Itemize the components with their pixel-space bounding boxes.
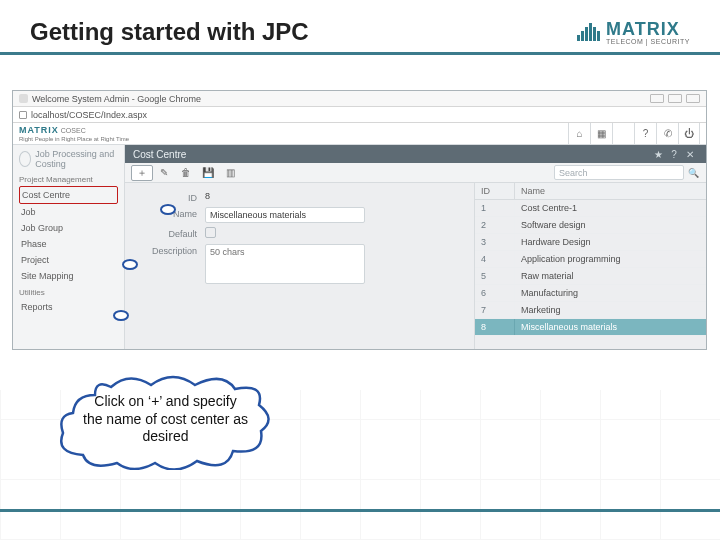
sidebar-section-header: Project Management [19, 175, 118, 184]
more-button[interactable]: ▥ [219, 165, 241, 181]
save-button[interactable]: 💾 [197, 165, 219, 181]
table-row[interactable]: 5Raw material [475, 268, 706, 285]
module-label: Job Processing and Costing [35, 149, 118, 169]
topbar-icons: ⌂ ▦ ? ✆ ⏻ [568, 123, 700, 145]
sidebar-item-phase[interactable]: Phase [19, 236, 118, 252]
app-topbar: MATRIX COSEC Right People in Right Place… [13, 123, 706, 145]
module-gear-icon [19, 151, 31, 167]
callout-bubble-icon [160, 204, 176, 215]
col-id: ID [475, 183, 515, 199]
app-brand: MATRIX COSEC Right People in Right Place… [19, 125, 129, 142]
favorite-icon[interactable]: ★ [650, 149, 666, 160]
add-button[interactable]: ＋ [131, 165, 153, 181]
sidebar-item-job-group[interactable]: Job Group [19, 220, 118, 236]
table-row[interactable]: 4Application programming [475, 251, 706, 268]
col-name: Name [515, 183, 706, 199]
window-buttons[interactable] [650, 94, 700, 103]
table-row[interactable]: 3Hardware Design [475, 234, 706, 251]
description-field[interactable] [205, 244, 365, 284]
sidebar-item-job[interactable]: Job [19, 204, 118, 220]
favicon-icon [19, 94, 28, 103]
footer-divider [0, 509, 720, 512]
panel-header: Cost Centre ★ ? ✕ [125, 145, 706, 163]
sidebar: Job Processing and Costing Project Manag… [13, 145, 125, 349]
sidebar-section-header-2: Utilities [19, 288, 118, 297]
default-label: Default [135, 227, 205, 239]
blank-icon[interactable] [612, 123, 634, 145]
panel-close-icon[interactable]: ✕ [682, 149, 698, 160]
default-checkbox[interactable] [205, 227, 216, 238]
sidebar-item-site-mapping[interactable]: Site Mapping [19, 268, 118, 284]
grid-icon[interactable]: ▦ [590, 123, 612, 145]
sidebar-item-cost-centre[interactable]: Cost Centre [19, 186, 118, 204]
search-input[interactable]: Search [554, 165, 684, 180]
id-label: ID [135, 191, 205, 203]
delete-button[interactable]: 🗑 [175, 165, 197, 181]
address-bar[interactable]: localhost/COSEC/Index.aspx [13, 107, 706, 123]
description-label: Description [135, 244, 205, 256]
callout-bubble-icon [113, 310, 129, 321]
list-header: ID Name [475, 183, 706, 200]
phone-icon[interactable]: ✆ [656, 123, 678, 145]
home-icon[interactable]: ⌂ [568, 123, 590, 145]
brand-tagline: TELECOM | SECURITY [606, 38, 690, 45]
record-list: ID Name 1Cost Centre-12Software design3H… [474, 183, 706, 349]
table-row[interactable]: 1Cost Centre-1 [475, 200, 706, 217]
search-icon[interactable]: 🔍 [686, 166, 700, 180]
panel-help-icon[interactable]: ? [666, 149, 682, 160]
browser-title: Welcome System Admin - Google Chrome [32, 94, 201, 104]
sidebar-item-project[interactable]: Project [19, 252, 118, 268]
edit-button[interactable]: ✎ [153, 165, 175, 181]
help-icon[interactable]: ? [634, 123, 656, 145]
minimize-icon[interactable] [650, 94, 664, 103]
logo-bars-icon [577, 23, 600, 41]
power-icon[interactable]: ⏻ [678, 123, 700, 145]
form-area: ID 8 Name Default Description [125, 183, 474, 349]
table-row[interactable]: 8Miscellaneous materials [475, 319, 706, 336]
name-field[interactable] [205, 207, 365, 223]
close-window-icon[interactable] [686, 94, 700, 103]
id-value: 8 [205, 191, 464, 201]
lock-icon [19, 111, 27, 119]
callout-cloud: Click on ‘+’ and specify the name of cos… [55, 375, 275, 470]
brand-logo: MATRIX TELECOM | SECURITY [577, 20, 690, 45]
brand-name: MATRIX [606, 20, 690, 38]
maximize-icon[interactable] [668, 94, 682, 103]
callout-text: Click on ‘+’ and specify the name of cos… [83, 393, 248, 446]
browser-titlebar: Welcome System Admin - Google Chrome [13, 91, 706, 107]
sidebar-item-reports[interactable]: Reports [19, 299, 118, 315]
table-row[interactable]: 2Software design [475, 217, 706, 234]
callout-bubble-icon [122, 259, 138, 270]
panel-toolbar: ＋ ✎ 🗑 💾 ▥ Search 🔍 [125, 163, 706, 183]
table-row[interactable]: 7Marketing [475, 302, 706, 319]
panel-title: Cost Centre [133, 149, 186, 160]
sidebar-module[interactable]: Job Processing and Costing [19, 149, 118, 169]
table-row[interactable]: 6Manufacturing [475, 285, 706, 302]
page-title: Getting started with JPC [30, 18, 309, 46]
url-text[interactable]: localhost/COSEC/Index.aspx [31, 110, 147, 120]
